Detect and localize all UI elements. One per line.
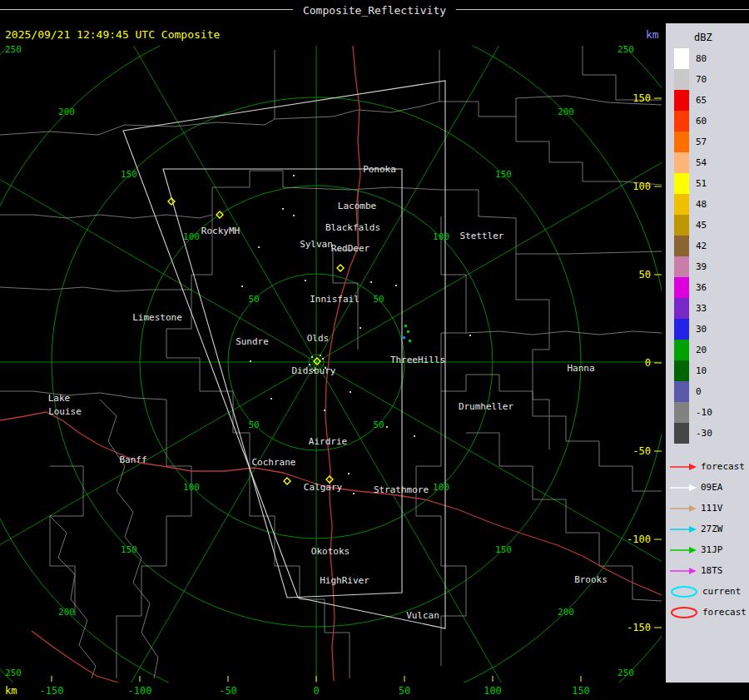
scale-label: 48 — [696, 194, 707, 215]
scale-entry: 80 — [674, 48, 712, 69]
ring-distance-label: 100 — [433, 482, 449, 493]
legend-label: forecast — [701, 461, 745, 472]
legend-arrow-icon — [669, 462, 697, 472]
y-axis-label: -150 — [627, 622, 651, 633]
map-layer: 5010015020025050100150200250501001502002… — [0, 0, 749, 700]
legend-ellipse-icon — [669, 606, 699, 619]
legend-label: 31JP — [701, 544, 723, 555]
echo-pixel — [404, 325, 407, 327]
legend-entry: 27ZW — [669, 519, 747, 539]
ring-distance-label: 100 — [183, 482, 200, 493]
ring-distance-label: 150 — [121, 544, 137, 555]
town-dot — [414, 435, 415, 437]
city-label: RedDeer — [331, 243, 370, 254]
legend-ellipse-icon — [669, 585, 699, 598]
x-axis-label: 50 — [399, 685, 410, 697]
scale-entry: 51 — [674, 173, 712, 194]
scale-entry: 39 — [674, 256, 712, 277]
scale-label: 45 — [696, 215, 707, 236]
scale-entry: 36 — [674, 277, 712, 298]
town-dot — [250, 360, 251, 362]
scale-label: -30 — [696, 423, 712, 444]
scale-label: 10 — [696, 360, 707, 381]
scale-swatch — [674, 402, 689, 423]
echo-pixel — [403, 336, 405, 339]
city-label: Strathmore — [374, 484, 429, 495]
y-axis-label: 150 — [632, 92, 651, 104]
legend-arrow-icon — [669, 524, 697, 534]
ring-distance-label: 250 — [618, 668, 634, 678]
scale-label: -10 — [696, 402, 712, 423]
city-label: Innisfail — [310, 294, 360, 305]
ring-distance-label: 200 — [558, 607, 574, 618]
scale-label: 39 — [696, 256, 707, 277]
city-label: Blackfalds — [325, 222, 380, 233]
city-label: Lake — [48, 393, 71, 404]
town-dot — [293, 175, 295, 176]
scale-swatch — [674, 298, 689, 319]
x-axis-label: 100 — [484, 685, 502, 697]
scale-entry: 48 — [674, 194, 712, 215]
scale-entry: 10 — [674, 360, 712, 381]
ring-distance-label: 100 — [183, 231, 200, 242]
legend-label: 27ZW — [701, 524, 723, 534]
town-dot — [270, 398, 272, 400]
town-dot — [386, 426, 388, 428]
scale-swatch — [674, 360, 689, 381]
scale-entry: 70 — [674, 69, 712, 90]
scale-swatch — [674, 173, 689, 194]
city-label: Limestone — [132, 312, 182, 323]
city-label: Sundre — [236, 336, 269, 347]
city-label: RockyMH — [201, 226, 240, 236]
legend-entry: 18TS — [669, 560, 747, 581]
town-dot — [282, 208, 284, 210]
legend-sidebar: dBZ 807065605754514845423936333020100-10… — [666, 23, 749, 683]
y-axis-label: -100 — [627, 534, 651, 545]
town-dot — [305, 280, 306, 281]
scale-swatch — [674, 48, 689, 69]
town-dot — [353, 493, 355, 494]
x-axis-label: -50 — [219, 685, 237, 697]
horizontal-axis-unit: km — [5, 685, 17, 697]
ring-distance-label: 200 — [58, 107, 75, 117]
y-axis-label: -50 — [632, 445, 651, 457]
scale-entry: 60 — [674, 111, 712, 132]
legend-label: 18TS — [701, 565, 723, 576]
scale-label: 42 — [696, 236, 707, 256]
ring-distance-label: 150 — [495, 544, 512, 555]
scale-entry: -10 — [674, 402, 712, 423]
legend-label: current — [702, 586, 741, 597]
radar-map: 5010015020025050100150200250501001502002… — [0, 0, 749, 700]
scale-label: 57 — [696, 132, 707, 152]
scale-swatch — [674, 90, 689, 111]
city-label: Olds — [307, 333, 330, 344]
city-label: Calgary — [304, 482, 343, 493]
city-label: Airdrie — [309, 436, 347, 447]
scale-entry: 33 — [674, 298, 712, 319]
town-dot — [311, 356, 313, 358]
scale-label: 0 — [696, 381, 702, 402]
scale-swatch — [674, 256, 689, 277]
city-label: Didsbury — [292, 365, 336, 376]
ring-distance-label: 250 — [5, 668, 22, 678]
town-dot — [348, 473, 350, 474]
legend-entry: 111V — [669, 498, 747, 519]
scale-swatch — [674, 277, 689, 298]
scale-swatch — [674, 319, 689, 340]
scale-entry: 54 — [674, 152, 712, 173]
y-axis-label: 100 — [632, 181, 651, 192]
scale-entry: 42 — [674, 236, 712, 256]
city-label: ThreeHills — [390, 355, 445, 365]
legend-entry: 09EA — [669, 477, 747, 498]
city-label: Vulcan — [406, 610, 439, 621]
town-dot — [370, 281, 372, 283]
legend-label: 09EA — [701, 482, 723, 493]
city-label: Cochrane — [252, 457, 296, 468]
ring-distance-label: 250 — [618, 44, 634, 55]
ring-distance-label: 250 — [5, 44, 22, 55]
town-dot — [395, 285, 397, 286]
city-label: Ponoka — [363, 164, 396, 175]
ring-distance-label: 200 — [58, 607, 75, 618]
ring-distance-label: 50 — [248, 294, 259, 305]
x-axis-label: 0 — [313, 685, 319, 697]
